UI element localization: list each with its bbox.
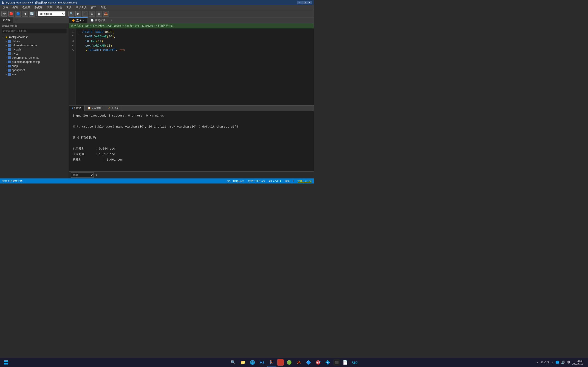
toolbar-btn-execute[interactable]: ▶ — [75, 11, 81, 17]
menu-table[interactable]: 表单 — [45, 5, 54, 10]
tree-item-shop[interactable]: + shop — [0, 64, 69, 68]
line-num-1: 1 — [71, 30, 74, 34]
menu-window[interactable]: 窗口 — [89, 5, 98, 10]
close-button[interactable]: ✕ — [307, 1, 312, 4]
exec-val: : 0.044 sec — [95, 147, 115, 150]
col-sex: sex — [85, 44, 90, 48]
filter-input[interactable] — [2, 29, 67, 33]
menu-file[interactable]: 文件 — [1, 5, 10, 10]
db-name: springboot — [12, 69, 25, 72]
query-sql: create table user( name varchar(30), id … — [82, 125, 238, 128]
result-line-spacer-3 — [73, 141, 310, 146]
tab-query[interactable]: 🔶 查询 ✕ — [69, 17, 88, 23]
expand-icon: + — [6, 52, 7, 55]
menu-advanced-tools[interactable]: 高级工具 — [74, 5, 89, 10]
expand-icon: + — [6, 44, 7, 47]
root-server-icon: ⚡ — [5, 36, 8, 39]
menubar: 文件 编辑 收藏夹 数据库 表单 其他 工具 高级工具 窗口 帮助 — [0, 5, 314, 10]
code-content[interactable]: ─CREATE TABLE USER( NAME VARCHAR(30), id… — [76, 28, 314, 105]
editor-tab-add[interactable]: + — [108, 18, 115, 23]
db-name: projectmanagementlsp — [12, 60, 40, 64]
result-panel: ℹ 1 信息 📋 2 表数据 ⚠ 3 信息 1 queries executed… — [69, 105, 314, 178]
titlebar-left: 🗄 SQLyog Professional 64 - [新连接/springbo… — [2, 1, 77, 4]
expand-icon: + — [6, 40, 7, 43]
query-tab-close[interactable]: ✕ — [83, 19, 85, 22]
toolbar-btn-open[interactable]: 🔴 — [8, 11, 14, 17]
query-tab-icon: 🔶 — [72, 19, 75, 22]
titlebar: 🗄 SQLyog Professional 64 - [新连接/springbo… — [0, 0, 314, 5]
tree-item-springboot[interactable]: + springboot — [0, 68, 69, 72]
db-name: performance_schema — [12, 56, 39, 59]
restore-button[interactable]: ❐ — [302, 1, 307, 4]
left-tab-connection[interactable]: 新连接 — [0, 17, 13, 23]
toolbar-btn-search[interactable]: 🔍 — [69, 11, 74, 17]
tree-item-projectmanagementlsp[interactable]: + projectmanagementlsp — [0, 60, 69, 64]
tree-item-sys[interactable]: + sys — [0, 72, 69, 76]
toolbar-btn-new[interactable]: ⟲ — [1, 11, 7, 17]
expand-icon: + — [6, 61, 7, 63]
info-tab-label: 1 信息 — [74, 106, 81, 110]
tree-item-mysql[interactable]: + mysql — [0, 52, 69, 56]
col-name: NAME — [85, 35, 92, 38]
result-tabs: ℹ 1 信息 📋 2 表数据 ⚠ 3 信息 — [69, 106, 314, 111]
tree-item-mybatis[interactable]: + mybatis — [0, 48, 69, 52]
result-filter-select[interactable]: 全部 错误 警告 信息 — [71, 173, 94, 177]
menu-edit[interactable]: 编辑 — [10, 5, 20, 10]
fold-btn[interactable]: ─ — [78, 31, 81, 34]
tree-item-performance-schema[interactable]: + performance_schema — [0, 56, 69, 60]
msg-tab-label: 3 信息 — [111, 106, 119, 110]
toolbar-btn-grid[interactable]: ⊞ — [89, 11, 95, 17]
filter-arrow-icon: ▼ — [95, 174, 98, 176]
toolbar-btn-save[interactable]: 🔵 — [15, 11, 21, 17]
paren-open-3: ( — [96, 40, 98, 43]
titlebar-controls: ─ ❐ ✕ — [297, 1, 312, 4]
query-tab-label: 查询 — [76, 19, 81, 22]
toolbar-btn-table[interactable]: ▦ — [96, 11, 102, 17]
paren-open-2: ( — [107, 35, 109, 38]
menu-database[interactable]: 数据库 — [33, 5, 44, 10]
tab-history[interactable]: 🕐 历史记录 — [88, 18, 108, 23]
toolbar-btn-stop[interactable]: ⬛ — [82, 11, 88, 17]
db-name: sys — [12, 73, 16, 76]
menu-other[interactable]: 其他 — [55, 5, 64, 10]
db-icon — [8, 73, 11, 76]
toolbar-btn-back[interactable]: ◀ — [22, 11, 28, 17]
data-tab-label: 2 表数据 — [92, 106, 102, 110]
left-panel: 新连接 + 过滤器数据库 ▼ ⚡ root@localhost + hhhao … — [0, 17, 69, 178]
keyword-table: TABLE — [95, 30, 103, 34]
tree-item-hhhao[interactable]: + hhhao — [0, 39, 69, 43]
left-tabs: 新连接 + — [0, 17, 69, 23]
toolbar-btn-refresh[interactable]: 🔄 — [29, 11, 35, 17]
toolbar-btn-export[interactable]: 📤 — [103, 11, 109, 17]
filter-label: 过滤器数据库 — [0, 23, 69, 28]
result-line-spacer-1 — [73, 119, 310, 124]
db-name: mybatis — [12, 48, 21, 51]
tree-root-node[interactable]: ▼ ⚡ root@localhost — [0, 35, 69, 39]
transfer-label: 传送时间 — [73, 152, 85, 156]
exec-label: 执行耗时 — [73, 147, 85, 150]
db-icon — [8, 56, 11, 59]
paren-close-2: ) — [112, 35, 114, 38]
minimize-button[interactable]: ─ — [297, 1, 302, 4]
result-content: 1 queries executed, 1 success, 0 errors,… — [69, 111, 314, 171]
result-tab-msg[interactable]: ⚠ 3 信息 — [105, 106, 122, 111]
window-title: SQLyog Professional 64 - [新连接/springboot… — [6, 1, 77, 4]
app-icon: 🗄 — [2, 1, 4, 4]
result-tab-data[interactable]: 📋 2 表数据 — [85, 106, 105, 111]
code-editor[interactable]: 1 2 3 4 5 ─CREATE TABLE USER( NAME VARCH… — [69, 28, 314, 105]
db-icon — [8, 52, 11, 55]
status-total-time: 总数: 1.061 sec — [248, 179, 265, 183]
paren-close-main: ) — [85, 49, 87, 52]
tree-item-information-schema[interactable]: + information_schema — [0, 43, 69, 48]
menu-tools[interactable]: 工具 — [64, 5, 73, 10]
status-connection: 连接：1 — [285, 179, 294, 183]
result-line-query: 查询: create table user( name varchar(30),… — [73, 124, 310, 129]
menu-help[interactable]: 帮助 — [99, 5, 108, 10]
menu-favorites[interactable]: 收藏夹 — [20, 5, 32, 10]
left-tab-add[interactable]: + — [13, 17, 19, 23]
database-selector[interactable]: springboot hhhao information_schema myba… — [38, 11, 65, 16]
expand-icon: + — [6, 69, 7, 72]
line-num-5: 5 — [71, 48, 74, 53]
result-tab-info[interactable]: ℹ 1 信息 — [69, 106, 85, 111]
result-filter-row: 全部 错误 警告 信息 ▼ — [69, 171, 314, 178]
